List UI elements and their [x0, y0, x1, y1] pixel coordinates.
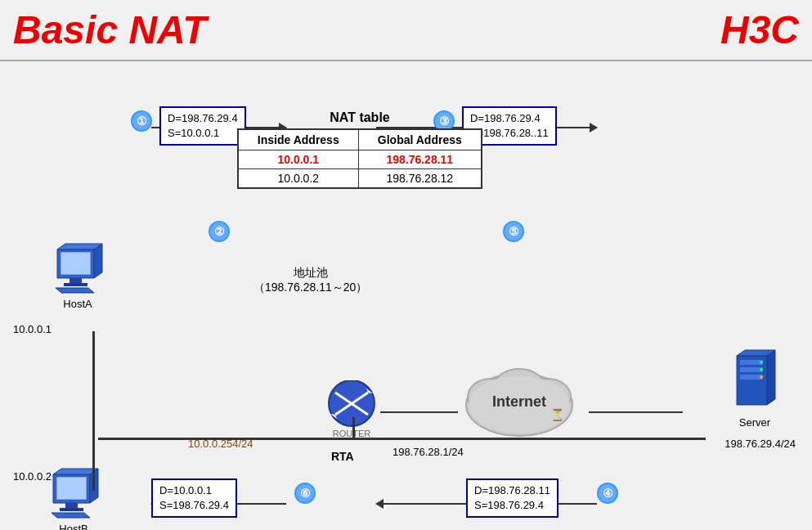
svg-text:Internet: Internet [492, 393, 546, 410]
circle-4: ④ [597, 483, 618, 504]
inside-addr-1: 10.0.0.1 [238, 150, 358, 169]
hosta-icon [49, 237, 106, 294]
global-addr-2: 198.76.28.12 [358, 169, 482, 189]
svg-rect-19 [740, 375, 763, 380]
col-inside: Inside Address [238, 129, 358, 150]
col-global: Global Address [358, 129, 482, 150]
internet-cloud: Internet ⏳ [454, 360, 585, 442]
svg-rect-4 [70, 278, 82, 283]
packet-box-4: D=198.76.28.11 S=198.76.29.4 [466, 478, 559, 518]
hostb-label: HostB [45, 523, 102, 530]
packet-box-1: D=198.76.29.4 S=10.0.0.1 [159, 106, 246, 146]
circle-6: ⑥ [294, 483, 316, 504]
internet-container: Internet ⏳ [454, 360, 585, 445]
circle-5: ⑤ [503, 221, 524, 242]
router-left-ip: 10.0.0.254/24 [188, 438, 253, 450]
svg-marker-6 [56, 288, 94, 293]
server-icon [730, 348, 779, 413]
hostb-ip: 10.0.0.2 [13, 470, 52, 483]
hosta-ip: 10.0.0.1 [13, 323, 52, 335]
nat-table-container: NAT table Inside Address Global Address … [237, 110, 482, 189]
circle-2: ② [209, 221, 230, 242]
inside-addr-2: 10.0.0.2 [238, 169, 358, 189]
svg-point-21 [760, 368, 763, 371]
svg-marker-2 [57, 244, 102, 249]
svg-rect-5 [64, 283, 87, 286]
hosta-label: HostA [49, 298, 106, 310]
router-icon [319, 380, 384, 429]
hosta-vline [92, 331, 95, 439]
server-container: Server [730, 348, 779, 429]
packet-box-6: D=10.0.0.1 S=198.76.29.4 [151, 478, 237, 518]
hosta-container: HostA [49, 237, 106, 310]
diagram-area: D=198.76.29.4 S=10.0.0.1 ① D=198.76.29.4… [0, 61, 812, 530]
hostb-vline [92, 438, 95, 491]
circle-1: ① [131, 110, 152, 132]
table-row: 10.0.0.1 198.76.28.11 [238, 150, 482, 169]
svg-rect-18 [740, 367, 763, 372]
router-internet-line [380, 411, 458, 413]
router-sublabel: ROUTER [319, 429, 384, 438]
svg-marker-15 [767, 350, 775, 405]
page-title: Basic NAT [13, 7, 207, 52]
nat-table-title: NAT table [237, 110, 482, 125]
router-container: ROUTER [319, 380, 384, 438]
internet-server-line [589, 411, 683, 413]
addr-pool: 地址池 （198.76.28.11～20） [253, 266, 367, 295]
rta-label: RTA [331, 450, 354, 463]
h3c-logo: H3C [720, 7, 799, 52]
global-addr-1: 198.76.28.11 [358, 150, 482, 169]
svg-text:⏳: ⏳ [550, 408, 565, 422]
svg-marker-9 [53, 469, 98, 474]
svg-marker-10 [56, 477, 87, 500]
router-vline [352, 417, 355, 439]
svg-marker-13 [52, 513, 90, 518]
svg-point-20 [760, 361, 763, 364]
svg-point-22 [760, 375, 763, 379]
svg-rect-11 [65, 503, 78, 508]
table-row: 10.0.0.2 198.76.28.12 [238, 169, 482, 189]
svg-rect-17 [740, 360, 763, 365]
svg-rect-12 [60, 508, 83, 511]
router-right-ip: 198.76.28.1/24 [393, 446, 464, 458]
server-ip: 198.76.29.4/24 [725, 438, 796, 450]
server-label: Server [730, 416, 779, 429]
svg-marker-3 [61, 252, 91, 275]
nat-table: Inside Address Global Address 10.0.0.1 1… [237, 128, 482, 189]
